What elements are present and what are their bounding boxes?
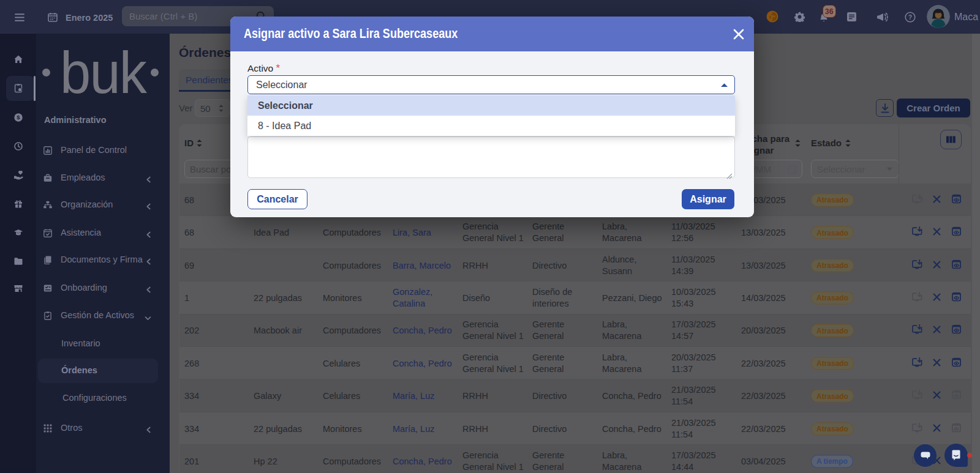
svg-text:$: $ — [17, 114, 20, 121]
svg-text:?: ? — [908, 13, 912, 21]
